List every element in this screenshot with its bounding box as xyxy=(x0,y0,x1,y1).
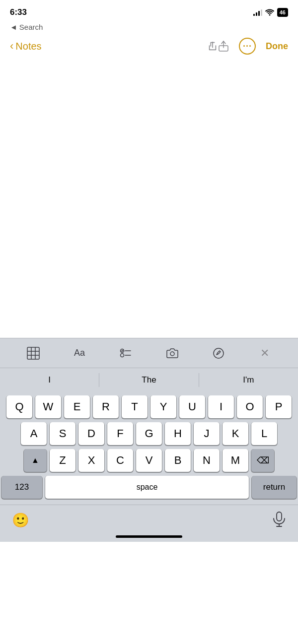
autocomplete-bar: I The I'm xyxy=(0,368,298,391)
key-t[interactable]: T xyxy=(122,395,148,418)
key-a[interactable]: A xyxy=(21,422,47,445)
svg-point-12 xyxy=(170,352,174,356)
home-bar xyxy=(116,535,182,538)
pen-icon xyxy=(213,347,224,359)
nav-actions: ··· Done xyxy=(207,38,288,55)
note-content-area[interactable] xyxy=(0,60,298,338)
key-f[interactable]: F xyxy=(107,422,133,445)
font-toolbar-button[interactable]: Aa xyxy=(56,348,102,358)
microphone-icon xyxy=(272,512,286,527)
key-x[interactable]: X xyxy=(78,449,104,472)
done-button[interactable]: Done xyxy=(266,41,288,52)
keyboard: QWERTYUIOP ASDFGHJKL ▲ZXCVBNM⌫ 123spacer… xyxy=(0,391,298,505)
key-c[interactable]: C xyxy=(107,449,133,472)
svg-rect-3 xyxy=(27,347,39,359)
autocomplete-item-2[interactable]: I'm xyxy=(199,368,298,391)
key-s[interactable]: S xyxy=(50,422,75,445)
share-icon-shape xyxy=(218,41,229,52)
key-y[interactable]: Y xyxy=(150,395,176,418)
svg-rect-14 xyxy=(277,512,282,521)
font-icon: Aa xyxy=(74,348,85,358)
key-q[interactable]: Q xyxy=(6,395,32,418)
key-e[interactable]: E xyxy=(64,395,90,418)
key-g[interactable]: G xyxy=(136,422,162,445)
battery-icon: 46 xyxy=(277,8,288,17)
key-j[interactable]: J xyxy=(194,422,220,445)
keyboard-row-2: ASDFGHJKL xyxy=(1,422,297,445)
key-m[interactable]: M xyxy=(223,449,248,472)
status-bar: 6:33 46 xyxy=(0,0,298,22)
battery-level: 46 xyxy=(280,9,286,15)
key-l[interactable]: L xyxy=(251,422,277,445)
camera-icon xyxy=(166,347,178,359)
status-icons: 46 xyxy=(253,8,288,17)
key-b[interactable]: B xyxy=(165,449,191,472)
svg-point-10 xyxy=(121,353,124,357)
return-key[interactable]: return xyxy=(252,476,297,499)
share-icon xyxy=(207,41,218,52)
keyboard-toolbar: Aa ✕ xyxy=(0,338,298,368)
key-i[interactable]: I xyxy=(208,395,234,418)
checklist-icon xyxy=(120,347,132,359)
search-back[interactable]: ◄ Search xyxy=(0,22,298,34)
key-w[interactable]: W xyxy=(35,395,61,418)
signal-icon xyxy=(253,9,262,16)
table-toolbar-button[interactable] xyxy=(10,347,56,360)
chevron-left-icon: ‹ xyxy=(10,41,13,52)
home-indicator xyxy=(0,533,298,542)
notes-back-button[interactable]: ‹ Notes xyxy=(10,41,42,52)
back-arrow-icon: ◄ xyxy=(10,23,17,31)
status-time: 6:33 xyxy=(10,7,27,17)
backspace-key[interactable]: ⌫ xyxy=(251,449,274,472)
table-icon xyxy=(27,347,40,360)
space-key[interactable]: space xyxy=(45,476,249,499)
nav-bar: ‹ Notes ··· Done xyxy=(0,34,298,60)
numbers-key[interactable]: 123 xyxy=(1,476,42,499)
close-icon: ✕ xyxy=(260,347,269,360)
keyboard-row-1: QWERTYUIOP xyxy=(1,395,297,418)
key-u[interactable]: U xyxy=(179,395,205,418)
emoji-button[interactable]: 🙂 xyxy=(12,512,29,528)
key-p[interactable]: P xyxy=(266,395,292,418)
camera-toolbar-button[interactable] xyxy=(149,347,195,359)
emoji-icon: 🙂 xyxy=(12,513,29,528)
key-v[interactable]: V xyxy=(136,449,162,472)
pen-toolbar-button[interactable] xyxy=(195,347,241,359)
key-k[interactable]: K xyxy=(223,422,248,445)
share-button[interactable] xyxy=(207,41,229,52)
key-n[interactable]: N xyxy=(194,449,220,472)
key-r[interactable]: R xyxy=(93,395,119,418)
key-h[interactable]: H xyxy=(165,422,191,445)
wifi-icon xyxy=(265,9,274,16)
keyboard-close-button[interactable]: ✕ xyxy=(242,347,288,360)
keyboard-row-3: ▲ZXCVBNM⌫ xyxy=(1,449,297,472)
key-o[interactable]: O xyxy=(237,395,263,418)
search-back-label: Search xyxy=(19,23,43,31)
checklist-toolbar-button[interactable] xyxy=(103,347,149,359)
key-z[interactable]: Z xyxy=(50,449,75,472)
notes-back-label: Notes xyxy=(15,41,41,52)
microphone-button[interactable] xyxy=(272,512,286,529)
shift-key[interactable]: ▲ xyxy=(24,449,47,472)
bottom-bar: 🙂 xyxy=(0,505,298,533)
more-button[interactable]: ··· xyxy=(239,38,256,55)
keyboard-row-4: 123spacereturn xyxy=(1,476,297,499)
more-dots-icon: ··· xyxy=(243,42,252,51)
key-d[interactable]: D xyxy=(78,422,104,445)
autocomplete-item-1[interactable]: The xyxy=(99,368,198,391)
autocomplete-item-0[interactable]: I xyxy=(0,368,99,391)
